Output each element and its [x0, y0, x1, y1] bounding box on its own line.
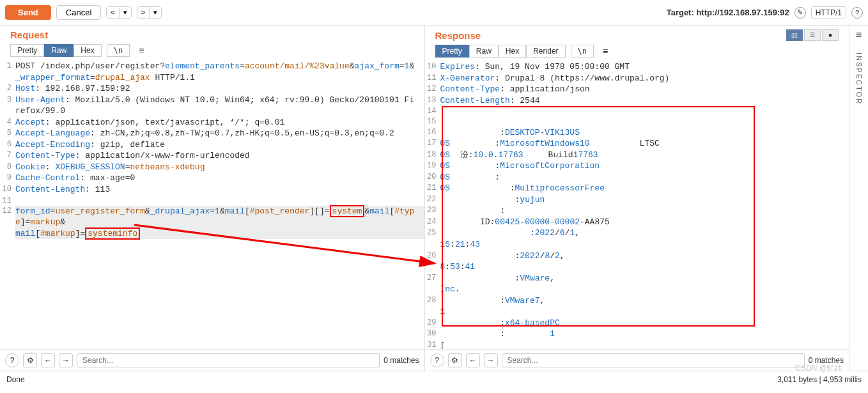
tab-render[interactable]: Render: [526, 45, 565, 58]
tab-pretty[interactable]: Pretty: [10, 44, 44, 57]
response-footer: ? ⚙ ← → 0 matches: [425, 349, 849, 371]
status-right: 3,011 bytes | 4,953 millis: [777, 375, 862, 384]
edit-target-icon[interactable]: ✎: [794, 7, 806, 19]
request-title: Request: [10, 29, 48, 40]
request-options-icon[interactable]: ≡: [135, 45, 148, 56]
help-icon[interactable]: ?: [5, 353, 19, 367]
history-back-group: < ▾: [106, 6, 131, 19]
history-forward-button[interactable]: >: [137, 7, 150, 18]
inspector-label: INSPECTOR: [855, 52, 863, 105]
history-back-dropdown[interactable]: ▾: [120, 7, 131, 18]
tab-newline-toggle[interactable]: \n: [107, 44, 130, 57]
search-prev-icon[interactable]: ←: [41, 353, 55, 367]
response-tabs: Pretty Raw Hex Render \n ≡: [425, 42, 849, 60]
search-next-icon[interactable]: →: [59, 353, 73, 367]
main-split: Request Pretty Raw Hex \n ≡ 1POST /index…: [0, 26, 868, 371]
history-forward-group: > ▾: [137, 6, 162, 19]
layout-split-vertical-icon[interactable]: ▯▯: [786, 29, 803, 41]
response-pane: Response ▯▯ ☰ ■ Pretty Raw Hex Render \n…: [425, 26, 849, 371]
search-next-icon[interactable]: →: [484, 353, 498, 367]
status-bar: Done 3,011 bytes | 4,953 millis: [0, 371, 868, 387]
response-title: Response: [435, 30, 481, 41]
target-label: Target: http://192.168.97.159:92: [667, 8, 789, 17]
response-options-icon[interactable]: ≡: [599, 46, 612, 56]
tab-hex[interactable]: Hex: [74, 44, 101, 57]
request-match-count: 0 matches: [384, 356, 419, 365]
inspector-sidebar[interactable]: ≡ INSPECTOR: [849, 26, 868, 371]
inspector-toggle-icon[interactable]: ≡: [856, 29, 862, 41]
tab-hex[interactable]: Hex: [499, 45, 526, 58]
tab-raw[interactable]: Raw: [469, 45, 499, 58]
response-viewer[interactable]: 10Expires: Sun, 19 Nov 1978 05:00:00 GMT…: [425, 60, 849, 349]
tab-raw[interactable]: Raw: [44, 44, 74, 57]
cancel-button[interactable]: Cancel: [56, 5, 101, 20]
settings-icon[interactable]: ⚙: [23, 353, 37, 367]
response-search-input[interactable]: [502, 353, 805, 367]
settings-icon[interactable]: ⚙: [448, 353, 462, 367]
tab-pretty[interactable]: Pretty: [435, 45, 469, 58]
layout-single-icon[interactable]: ■: [822, 29, 839, 41]
request-footer: ? ⚙ ← → 0 matches: [0, 349, 424, 371]
tab-newline-toggle[interactable]: \n: [571, 45, 594, 58]
status-left: Done: [6, 375, 25, 384]
http-version-selector[interactable]: HTTP/1: [811, 6, 846, 19]
help-icon[interactable]: ?: [430, 353, 444, 367]
layout-toggles: ▯▯ ☰ ■: [786, 29, 839, 41]
request-search-input[interactable]: [77, 353, 380, 367]
help-icon[interactable]: ?: [851, 7, 863, 19]
layout-split-horizontal-icon[interactable]: ☰: [804, 29, 821, 41]
search-prev-icon[interactable]: ←: [466, 353, 480, 367]
main-toolbar: Send Cancel < ▾ > ▾ Target: http://192.1…: [0, 0, 868, 26]
request-pane: Request Pretty Raw Hex \n ≡ 1POST /index…: [0, 26, 425, 371]
request-editor[interactable]: 1POST /index.php/user/register?element_p…: [0, 59, 424, 349]
history-back-button[interactable]: <: [107, 7, 119, 18]
request-tabs: Pretty Raw Hex \n ≡: [0, 42, 424, 59]
history-forward-dropdown[interactable]: ▾: [150, 7, 161, 18]
response-match-count: 0 matches: [809, 356, 844, 365]
send-button[interactable]: Send: [5, 5, 51, 20]
